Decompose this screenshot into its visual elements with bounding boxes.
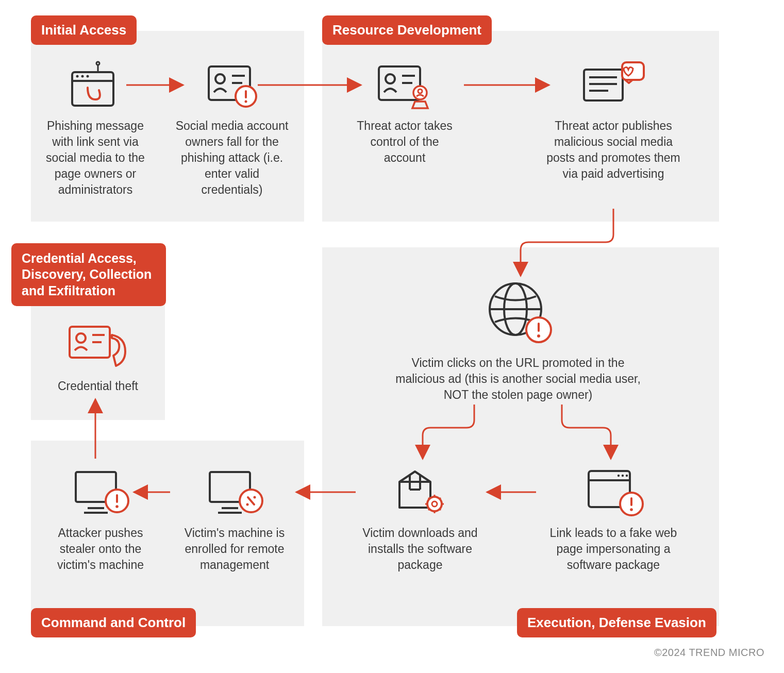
node-credential-theft-text: Credential theft [44,378,152,394]
svg-point-34 [622,475,624,477]
badge-initial-access: Initial Access [31,15,137,45]
node-pushes-stealer: Attacker pushes stealer onto the victim'… [44,464,157,573]
node-phishing-message-text: Phishing message with link sent via soci… [36,118,155,198]
badge-execution: Execution, Defense Evasion [517,608,716,637]
svg-point-8 [215,74,225,83]
svg-line-50 [439,509,441,510]
node-downloads-package: Victim downloads and installs the softwa… [361,464,479,573]
svg-point-35 [626,475,628,477]
svg-point-4 [87,75,89,78]
node-fake-page: Link leads to a fake web page impersonat… [541,464,686,573]
package-gear-icon [389,464,451,518]
svg-point-15 [386,74,395,83]
svg-point-38 [630,508,633,511]
svg-point-33 [618,475,620,477]
account-takeover-icon [374,59,436,111]
svg-point-2 [76,75,79,78]
svg-point-57 [246,503,249,506]
phishing-icon [67,59,124,111]
node-victim-clicks: Victim clicks on the URL promoted in the… [389,278,647,403]
node-remote-mgmt: Victim's machine is enrolled for remote … [173,464,296,573]
node-victim-clicks-text: Victim clicks on the URL promoted in the… [389,355,647,403]
node-downloads-package-text: Victim downloads and installs the softwa… [361,525,479,573]
node-credential-theft: Credential theft [44,319,152,394]
svg-point-30 [537,334,540,338]
svg-point-13 [245,100,247,103]
copyright-text: ©2024 TREND MICRO [654,647,764,659]
node-remote-mgmt-text: Victim's machine is enrolled for remote … [173,525,296,573]
badge-command-control: Command and Control [31,608,196,637]
svg-rect-0 [72,72,113,106]
svg-line-51 [428,509,430,510]
svg-line-49 [428,498,430,499]
node-takes-control-text: Threat actor takes control of the accoun… [351,118,459,166]
svg-point-66 [76,333,86,343]
svg-point-64 [115,505,119,508]
svg-rect-65 [70,327,110,358]
node-publishes-posts-text: Threat actor publishes malicious social … [541,118,686,182]
svg-line-52 [439,498,441,499]
node-owners-fall: Social media account owners fall for the… [173,59,291,198]
badge-credential: Credential Access, Discovery, Collection… [11,243,166,306]
node-phishing-message: Phishing message with link sent via soci… [36,59,155,198]
browser-alert-icon [582,464,644,518]
social-post-icon [580,59,647,111]
credential-theft-icon [64,319,131,371]
globe-alert-icon [482,278,554,348]
svg-point-3 [81,75,84,78]
monitor-alert-icon [70,464,131,518]
node-fake-page-text: Link leads to a fake web page impersonat… [541,525,686,573]
node-publishes-posts: Threat actor publishes malicious social … [541,59,686,182]
node-owners-fall-text: Social media account owners fall for the… [173,118,291,198]
node-takes-control: Threat actor takes control of the accoun… [351,59,459,166]
monitor-remote-icon [204,464,265,518]
node-pushes-stealer-text: Attacker pushes stealer onto the victim'… [44,525,157,573]
svg-point-5 [96,62,99,65]
svg-point-58 [254,496,256,499]
profile-alert-icon [204,59,260,111]
badge-resource-dev: Resource Development [322,15,492,45]
